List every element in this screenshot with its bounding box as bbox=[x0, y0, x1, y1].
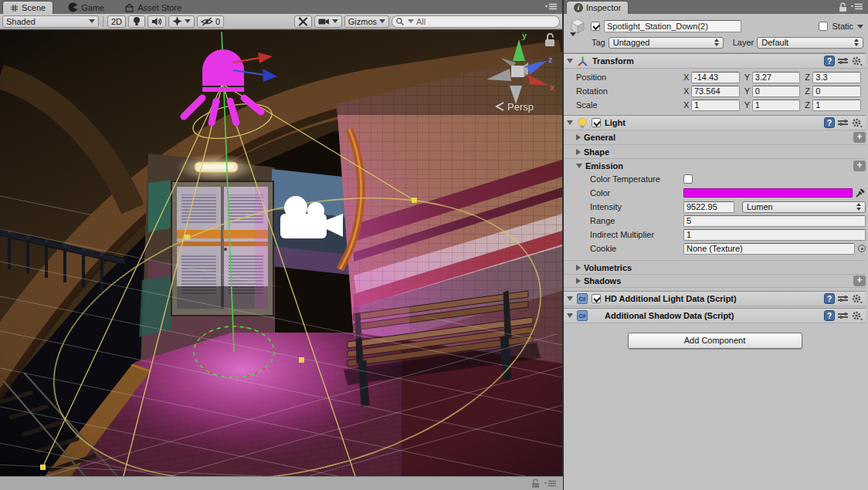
script-enabled-checkbox[interactable] bbox=[592, 294, 601, 303]
gameobject-name-field[interactable]: Spotlight_Station_Down(2) bbox=[604, 20, 741, 32]
y-axis-label: Y bbox=[744, 73, 752, 82]
gameobject-cube-icon[interactable] bbox=[568, 17, 587, 35]
color-temperature-checkbox[interactable] bbox=[683, 174, 693, 184]
gear-icon[interactable] bbox=[851, 56, 863, 66]
tag-dropdown[interactable]: Untagged bbox=[609, 37, 724, 49]
additional-shadow-data-title: Additional Shadow Data (Script) bbox=[605, 311, 734, 320]
transform-header[interactable]: Transform ? bbox=[564, 53, 866, 69]
panel-menu-icon[interactable] bbox=[544, 480, 557, 488]
tab-asset-store[interactable]: Asset Store bbox=[117, 1, 188, 14]
presets-icon[interactable] bbox=[838, 56, 848, 66]
effects-dropdown[interactable] bbox=[168, 15, 195, 28]
presets-icon[interactable] bbox=[838, 118, 848, 127]
foldout-icon[interactable] bbox=[576, 278, 581, 284]
scene-visibility-toggle[interactable]: 0 bbox=[197, 15, 224, 28]
scene-audio-toggle[interactable] bbox=[147, 15, 166, 28]
unity-editor-window: Scene Game Asset Store Shaded 2D bbox=[0, 0, 868, 490]
gizmo-cube[interactable] bbox=[511, 66, 524, 77]
range-field[interactable]: 5 bbox=[683, 215, 866, 227]
additional-shadow-data-header[interactable]: C# Additional Shadow Data (Script) ? bbox=[564, 308, 866, 323]
foldout-icon[interactable] bbox=[576, 134, 581, 140]
foldout-icon[interactable] bbox=[576, 265, 581, 271]
active-checkbox[interactable] bbox=[591, 22, 600, 31]
2d-toggle[interactable]: 2D bbox=[107, 15, 126, 28]
panel-menu-icon[interactable] bbox=[851, 3, 863, 11]
foldout-icon[interactable] bbox=[576, 164, 582, 168]
tab-inspector-label: Inspector bbox=[586, 3, 621, 12]
foldout-icon[interactable] bbox=[567, 59, 573, 63]
general-label: General bbox=[584, 133, 615, 142]
rotation-z-field[interactable]: 0 bbox=[812, 86, 861, 97]
axis-x-label: x bbox=[550, 83, 555, 92]
tab-scene[interactable]: Scene bbox=[2, 1, 53, 14]
intensity-field[interactable]: 9522.95 bbox=[683, 201, 734, 213]
presets-icon[interactable] bbox=[838, 294, 848, 303]
position-x-field[interactable]: -14.43 bbox=[691, 72, 740, 83]
help-icon[interactable]: ? bbox=[824, 293, 835, 304]
scale-y-field[interactable]: 1 bbox=[752, 100, 801, 111]
foldout-icon[interactable] bbox=[567, 120, 573, 125]
scene-search-field[interactable]: All bbox=[392, 15, 560, 28]
x-axis-label: X bbox=[683, 100, 691, 110]
intensity-unit-dropdown[interactable]: Lumen bbox=[742, 201, 866, 213]
object-picker-icon[interactable] bbox=[858, 245, 866, 252]
scene-viewport[interactable]: y z x Persp bbox=[0, 30, 562, 476]
cookie-field[interactable]: None (Texture) bbox=[683, 243, 855, 255]
rotation-x-field[interactable]: 73.564 bbox=[691, 86, 740, 97]
lightbulb-icon bbox=[132, 16, 141, 26]
static-dropdown-icon[interactable] bbox=[857, 25, 863, 29]
camera-dropdown[interactable] bbox=[314, 15, 342, 28]
hd-light-data-header[interactable]: C# HD Additional Light Data (Script) ? bbox=[564, 291, 866, 306]
position-y-field[interactable]: 3.27 bbox=[752, 72, 801, 83]
light-header[interactable]: Light ? bbox=[564, 115, 866, 130]
add-component-button[interactable]: Add Component bbox=[628, 333, 802, 349]
component-tools-button[interactable] bbox=[294, 15, 312, 28]
tag-label: Tag bbox=[592, 38, 605, 47]
foldout-icon[interactable] bbox=[567, 313, 573, 318]
position-z-field[interactable]: 3.3 bbox=[812, 72, 861, 83]
popup-arrows-icon bbox=[856, 203, 861, 211]
presets-icon[interactable] bbox=[838, 311, 848, 320]
volumetrics-section[interactable]: Volumetrics bbox=[564, 260, 866, 274]
scene-panel-menu[interactable] bbox=[545, 0, 562, 14]
lock-icon[interactable] bbox=[839, 2, 847, 12]
eyedropper-icon[interactable] bbox=[855, 188, 866, 198]
scene-lighting-toggle[interactable] bbox=[128, 15, 145, 28]
chevron-down-icon bbox=[332, 19, 338, 23]
light-color-swatch[interactable] bbox=[683, 188, 853, 198]
hidden-count: 0 bbox=[215, 17, 220, 26]
layer-dropdown[interactable]: Default bbox=[757, 37, 863, 49]
indirect-multiplier-field[interactable]: 1 bbox=[683, 229, 866, 241]
shape-section[interactable]: Shape bbox=[564, 144, 866, 158]
rotation-y-field[interactable]: 0 bbox=[752, 86, 801, 97]
gear-icon[interactable] bbox=[851, 117, 863, 128]
gizmos-dropdown[interactable]: Gizmos bbox=[344, 15, 389, 28]
gear-icon[interactable] bbox=[851, 293, 863, 304]
draw-mode-dropdown[interactable]: Shaded bbox=[2, 15, 99, 28]
transform-body: Position X-14.43 Y3.27 Z3.3 Rotation X73… bbox=[564, 69, 866, 115]
scale-z-field[interactable]: 1 bbox=[812, 100, 861, 111]
help-icon[interactable]: ? bbox=[824, 310, 835, 321]
indirect-multiplier-row: Indirect Multiplier 1 bbox=[564, 228, 866, 242]
lock-icon[interactable] bbox=[531, 478, 540, 488]
gear-icon[interactable] bbox=[851, 310, 863, 321]
scale-x-field[interactable]: 1 bbox=[691, 100, 740, 111]
light-enabled-checkbox[interactable] bbox=[592, 118, 601, 127]
asset-store-icon bbox=[124, 3, 134, 12]
help-icon[interactable]: ? bbox=[824, 56, 835, 66]
tag-value: Untagged bbox=[613, 38, 650, 47]
panel-menu-icon bbox=[545, 3, 558, 11]
help-icon[interactable]: ? bbox=[824, 117, 835, 128]
emission-section[interactable]: Emission + bbox=[564, 158, 866, 172]
foldout-icon[interactable] bbox=[567, 296, 573, 301]
tab-game[interactable]: Game bbox=[61, 1, 111, 14]
vignette bbox=[0, 30, 562, 476]
general-section[interactable]: General + bbox=[564, 130, 866, 144]
tab-inspector[interactable]: i Inspector bbox=[566, 1, 629, 14]
add-override-button[interactable]: + bbox=[853, 161, 866, 171]
add-override-button[interactable]: + bbox=[853, 132, 866, 143]
add-override-button[interactable]: + bbox=[853, 275, 866, 286]
foldout-icon[interactable] bbox=[576, 149, 581, 155]
shadows-section[interactable]: Shadows + bbox=[564, 274, 866, 288]
static-checkbox[interactable] bbox=[819, 22, 828, 31]
